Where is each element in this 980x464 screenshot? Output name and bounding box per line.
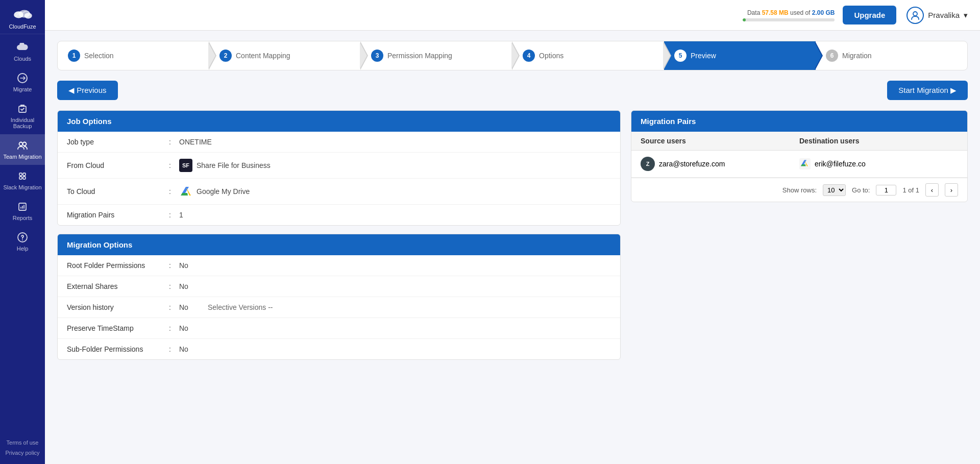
sidebar-bottom: Terms of use Privacy policy	[0, 437, 45, 464]
job-type-value: ONETIME	[179, 138, 611, 146]
step-1-num: 1	[68, 50, 80, 62]
previous-button[interactable]: ◀ Previous	[57, 81, 118, 100]
version-history-value: No Selective Versions --	[179, 303, 611, 311]
sidebar-item-backup-label: Individual Backup	[2, 117, 43, 129]
sidebar-item-help-label: Help	[17, 246, 29, 252]
version-history-text: No	[179, 303, 188, 311]
version-history-colon: :	[169, 303, 179, 311]
step-5-num: 5	[674, 50, 687, 62]
sidebar-item-slack-migration-label: Slack Migration	[3, 184, 41, 190]
svg-point-13	[22, 239, 23, 240]
storage-bar	[743, 18, 835, 21]
preserve-timestamp-row: Preserve TimeStamp : No	[58, 318, 620, 339]
sharefile-icon: SF	[179, 159, 192, 172]
storage-label: Data	[747, 9, 760, 16]
storage-bar-fill	[743, 18, 745, 21]
page-goto-input[interactable]	[876, 185, 896, 196]
prev-page-button[interactable]: ‹	[925, 183, 939, 197]
sidebar-item-reports-label: Reports	[13, 215, 33, 221]
sidebar-item-migrate[interactable]: Migrate	[0, 67, 45, 97]
terms-link[interactable]: Terms of use	[7, 437, 39, 448]
from-cloud-value: SF Share File for Business	[179, 159, 611, 172]
user-avatar	[906, 7, 924, 24]
step-3-num: 3	[371, 50, 383, 62]
svg-point-2	[24, 13, 32, 18]
step-6-num: 6	[826, 50, 838, 62]
svg-rect-7	[19, 173, 22, 176]
sidebar-item-clouds[interactable]: Clouds	[0, 36, 45, 67]
step-selection[interactable]: 1 Selection	[58, 41, 209, 70]
show-rows-label: Show rows:	[782, 186, 817, 194]
step-options[interactable]: 4 Options	[512, 41, 664, 70]
to-cloud-text: Google My Drive	[197, 187, 250, 196]
reports-icon	[16, 201, 29, 213]
sidebar-item-help[interactable]: Help	[0, 226, 45, 257]
root-folder-value: No	[179, 261, 611, 270]
step-5-label: Preview	[691, 52, 716, 60]
to-cloud-row: To Cloud : Google My	[58, 179, 620, 205]
storage-info: Data 57.58 MB used of 2.00 GB	[743, 9, 835, 21]
pairs-column-headers: Source users Destination users	[631, 132, 967, 151]
team-icon	[16, 139, 29, 152]
migration-pairs-count: 1	[179, 211, 611, 219]
external-shares-row: External Shares : No	[58, 276, 620, 297]
dest-google-icon	[799, 158, 811, 169]
external-shares-text: No	[179, 282, 188, 290]
sub-folder-label: Sub-Folder Permissions	[67, 345, 169, 353]
pairs-pagination: Show rows: 10 25 50 Go to: 1 of 1 ‹ ›	[631, 178, 967, 202]
migration-pairs-header: Migration Pairs	[631, 111, 967, 132]
migration-pairs-card: Migration Pairs Source users Destination…	[631, 110, 968, 202]
logo[interactable]: CloudFuze	[0, 0, 45, 34]
upgrade-button[interactable]: Upgrade	[843, 6, 896, 25]
rows-per-page-select[interactable]: 10 25 50	[823, 184, 846, 196]
table-row: Z zara@storefuze.com erik@fi	[631, 151, 967, 178]
step-2-num: 2	[219, 50, 232, 62]
start-label: Start Migration ▶	[898, 86, 957, 95]
step-3-label: Permission Mapping	[387, 52, 452, 60]
stepper: 1 Selection 2 Content Mapping 3 Permissi…	[57, 41, 968, 70]
page-info: 1 of 1	[902, 186, 919, 194]
storage-used-text: Data 57.58 MB used of 2.00 GB	[747, 9, 835, 16]
migration-options-body: Root Folder Permissions : No External Sh…	[58, 255, 620, 359]
goto-label: Go to:	[852, 186, 870, 194]
privacy-link[interactable]: Privacy policy	[5, 448, 39, 458]
to-cloud-value: Google My Drive	[179, 185, 611, 198]
job-options-body: Job type : ONETIME From Cloud : SF Sha	[58, 132, 620, 225]
step-preview[interactable]: 5 Preview	[664, 41, 816, 70]
sidebar-item-individual-backup[interactable]: Individual Backup	[0, 97, 45, 134]
sidebar-item-reports[interactable]: Reports	[0, 196, 45, 226]
svg-rect-9	[19, 177, 22, 179]
preserve-timestamp-value: No	[179, 324, 611, 332]
root-folder-label: Root Folder Permissions	[67, 261, 169, 270]
main-area: Data 57.58 MB used of 2.00 GB Upgrade Pr…	[45, 0, 980, 464]
step-migration[interactable]: 6 Migration	[816, 41, 967, 70]
svg-point-14	[913, 12, 917, 16]
sidebar-item-slack-migration[interactable]: Slack Migration	[0, 165, 45, 196]
user-chevron: ▾	[964, 11, 968, 20]
step-4-label: Options	[539, 52, 564, 60]
preserve-timestamp-colon: :	[169, 324, 179, 332]
to-cloud-label: To Cloud	[67, 187, 169, 196]
step-permission-mapping[interactable]: 3 Permission Mapping	[361, 41, 512, 70]
logo-label: CloudFuze	[9, 23, 36, 30]
from-cloud-row: From Cloud : SF Share File for Business	[58, 153, 620, 179]
source-user-cell: Z zara@storefuze.com	[641, 157, 799, 171]
svg-rect-10	[23, 177, 26, 179]
start-migration-button[interactable]: Start Migration ▶	[887, 81, 968, 100]
job-options-header: Job Options	[58, 111, 620, 132]
from-cloud-colon: :	[169, 161, 179, 169]
svg-point-6	[23, 142, 27, 146]
migration-pairs-body: Source users Destination users Z zara@st…	[631, 132, 967, 202]
root-folder-colon: :	[169, 261, 179, 270]
svg-rect-8	[23, 173, 26, 176]
step-content-mapping[interactable]: 2 Content Mapping	[209, 41, 361, 70]
root-folder-row: Root Folder Permissions : No	[58, 255, 620, 276]
migration-pairs-colon: :	[169, 211, 179, 219]
slack-icon	[16, 170, 29, 182]
dest-email: erik@filefuze.co	[815, 160, 866, 168]
source-email: zara@storefuze.com	[659, 160, 725, 168]
user-menu[interactable]: Pravalika ▾	[906, 7, 968, 24]
next-page-button[interactable]: ›	[945, 183, 958, 197]
dest-user-cell: erik@filefuze.co	[799, 158, 958, 169]
sidebar-item-team-migration[interactable]: Team Migration	[0, 134, 45, 165]
